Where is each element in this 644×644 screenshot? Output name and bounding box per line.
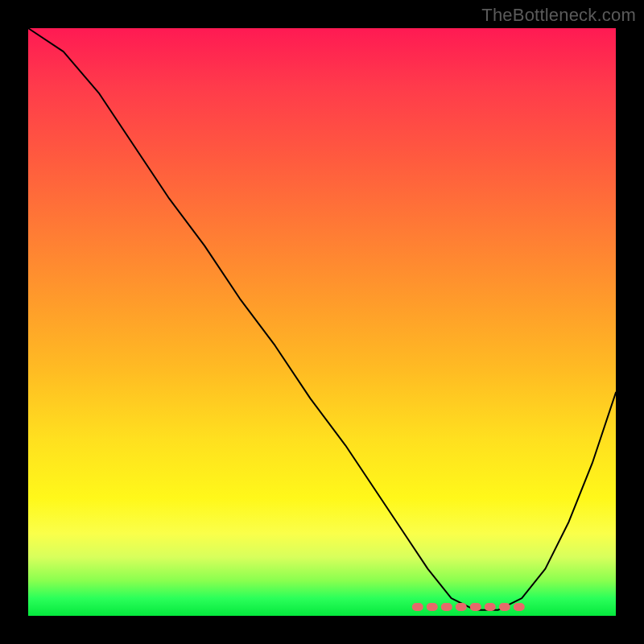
chart-frame: TheBottleneck.com: [0, 0, 644, 644]
bottleneck-curve: [28, 28, 616, 610]
watermark-text: TheBottleneck.com: [481, 5, 636, 26]
chart-svg: [28, 28, 616, 616]
plot-area: [28, 28, 616, 616]
